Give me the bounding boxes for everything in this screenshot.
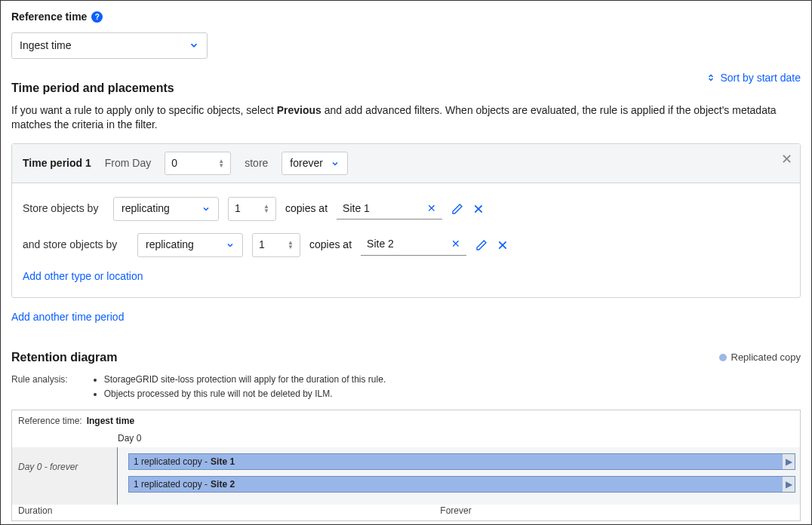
- clear-site-icon[interactable]: ✕: [427, 201, 436, 216]
- store-duration-value: forever: [290, 156, 323, 171]
- stepper-icon: ▲▼: [288, 241, 294, 250]
- sort-icon: [706, 72, 715, 83]
- analysis-bullets: StorageGRID site-loss protection will ap…: [91, 373, 386, 402]
- replicated-bar-1: 1 replicated copy - Site 1 ▶: [128, 453, 795, 470]
- store-label: store: [245, 156, 268, 171]
- diagram-footer: Duration Forever: [12, 505, 800, 520]
- chevron-down-icon: [226, 241, 235, 250]
- day-marker: Day 0: [12, 432, 800, 445]
- time-period-card: Time period 1 From Day 0 ▲▼ store foreve…: [11, 143, 801, 298]
- chevron-down-icon: [189, 40, 199, 51]
- help-icon[interactable]: ?: [91, 11, 103, 23]
- legend-dot-icon: [719, 354, 727, 361]
- placement-row-1: Store objects by replicating 1 ▲▼ copies…: [23, 197, 789, 221]
- remove-row-icon[interactable]: [472, 203, 484, 215]
- reference-time-value: Ingest time: [20, 38, 71, 54]
- arrow-right-icon: ▶: [783, 454, 795, 469]
- chevron-down-icon: [201, 204, 211, 213]
- site-select-1[interactable]: Site 1 ✕: [337, 198, 442, 220]
- add-type-location-link[interactable]: Add other type or location: [23, 269, 789, 284]
- close-icon[interactable]: ✕: [781, 150, 792, 169]
- sort-by-start-date[interactable]: Sort by start date: [706, 71, 801, 86]
- from-day-label: From Day: [105, 156, 151, 171]
- legend-replicated: Replicated copy: [719, 351, 801, 364]
- store-by-label: Store objects by: [23, 201, 104, 216]
- chevron-down-icon: [331, 159, 340, 168]
- rule-analysis: Rule analysis: StorageGRID site-loss pro…: [11, 373, 801, 402]
- placements-description: If you want a rule to apply only to spec…: [11, 103, 789, 133]
- reference-time-label: Reference time ?: [11, 10, 103, 25]
- range-label: Day 0 - forever: [12, 447, 118, 505]
- sort-label: Sort by start date: [720, 71, 801, 86]
- remove-row-icon[interactable]: [497, 239, 509, 251]
- edit-icon[interactable]: [451, 203, 463, 215]
- from-day-value: 0: [171, 156, 177, 171]
- reference-time-select[interactable]: Ingest time: [11, 32, 208, 60]
- arrow-right-icon: ▶: [783, 477, 795, 492]
- copies-at-label: copies at: [285, 201, 328, 216]
- analysis-bullet: StorageGRID site-loss protection will ap…: [104, 373, 386, 386]
- storage-type-select-2[interactable]: replicating: [137, 233, 243, 257]
- replicated-bar-2: 1 replicated copy - Site 2 ▶: [128, 476, 795, 493]
- retention-heading: Retention diagram: [11, 349, 117, 366]
- add-time-period-link[interactable]: Add another time period: [11, 310, 801, 325]
- duration-label: Duration: [18, 505, 118, 517]
- bars-area: 1 replicated copy - Site 1 ▶ 1 replicate…: [118, 447, 800, 505]
- copies-at-label-2: copies at: [309, 238, 352, 253]
- storage-type-select-1[interactable]: replicating: [113, 197, 219, 221]
- forever-label: Forever: [118, 505, 794, 517]
- edit-icon[interactable]: [475, 239, 488, 251]
- placement-row-2: and store objects by replicating 1 ▲▼ co…: [23, 233, 789, 257]
- time-period-body: Store objects by replicating 1 ▲▼ copies…: [12, 183, 800, 297]
- store-duration-select[interactable]: forever: [281, 152, 348, 176]
- retention-diagram: Reference time: Ingest time Day 0 Day 0 …: [11, 410, 801, 521]
- analysis-label: Rule analysis:: [11, 373, 68, 402]
- placements-heading: Time period and placements: [11, 80, 174, 97]
- clear-site-icon[interactable]: ✕: [451, 237, 460, 252]
- stepper-icon: ▲▼: [218, 159, 224, 168]
- from-day-input[interactable]: 0 ▲▼: [165, 152, 231, 176]
- reference-time-text: Reference time: [11, 10, 87, 25]
- copies-input-2[interactable]: 1 ▲▼: [252, 233, 300, 257]
- diagram-reference-row: Reference time: Ingest time: [12, 410, 800, 432]
- site-select-2[interactable]: Site 2 ✕: [361, 234, 466, 256]
- and-store-by-label: and store objects by: [23, 238, 128, 253]
- diagram-lanes: Day 0 - forever 1 replicated copy - Site…: [12, 447, 800, 505]
- copies-input-1[interactable]: 1 ▲▼: [228, 197, 276, 221]
- time-period-title: Time period 1: [23, 156, 91, 171]
- time-period-header: Time period 1 From Day 0 ▲▼ store foreve…: [12, 144, 800, 184]
- stepper-icon: ▲▼: [263, 204, 269, 213]
- analysis-bullet: Objects processed by this rule will not …: [104, 388, 386, 401]
